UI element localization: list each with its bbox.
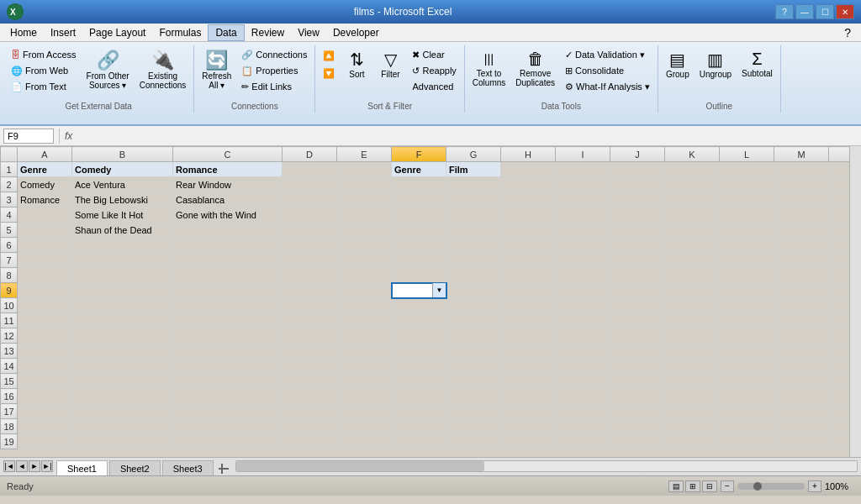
cell-d9[interactable] — [283, 283, 337, 298]
zoom-out-button[interactable]: − — [721, 480, 734, 492]
cell-d1[interactable] — [283, 162, 337, 177]
cell-e5[interactable] — [337, 223, 392, 238]
menu-insert[interactable]: Insert — [44, 24, 82, 41]
cell-b5[interactable]: Shaun of the Dead — [72, 223, 173, 238]
cell-l3[interactable] — [720, 192, 774, 207]
dropdown-list[interactable]: Comedy Romance — [392, 297, 446, 298]
cell-k5[interactable] — [665, 223, 720, 238]
cell-i9[interactable] — [556, 283, 610, 298]
cell-i2[interactable] — [556, 177, 610, 192]
cell-f2[interactable] — [392, 177, 446, 192]
cell-a5[interactable] — [18, 223, 72, 238]
clear-button[interactable]: ✖ Clear — [408, 47, 460, 62]
cell-j5[interactable] — [610, 223, 665, 238]
text-to-columns-button[interactable]: ⫼ Text toColumns — [468, 47, 510, 90]
cell-n9[interactable] — [829, 283, 850, 298]
col-header-a[interactable]: A — [18, 147, 72, 162]
cell-c5[interactable] — [173, 223, 283, 238]
reapply-button[interactable]: ↺ Reapply — [408, 63, 460, 78]
edit-links-button[interactable]: ✏ Edit Links — [237, 79, 311, 94]
sheet-nav-prev[interactable]: ◄ — [16, 460, 28, 472]
sort-za-button[interactable]: 🔽 — [319, 65, 339, 81]
scroll-area[interactable]: A B C D E F G H I J K L M N — [0, 146, 849, 457]
cell-f3[interactable] — [392, 192, 446, 207]
horizontal-scrollbar[interactable] — [235, 460, 858, 472]
what-if-analysis-button[interactable]: ⚙ What-If Analysis ▾ — [561, 79, 654, 94]
cell-f5[interactable] — [392, 223, 446, 238]
cell-f1[interactable]: Genre — [392, 162, 446, 177]
cell-g9[interactable] — [446, 283, 501, 298]
cell-n1[interactable] — [829, 162, 850, 177]
cell-i1[interactable] — [556, 162, 610, 177]
dropdown-arrow[interactable]: ▼ — [432, 283, 446, 297]
connections-button[interactable]: 🔗 Connections — [237, 47, 311, 62]
cell-m1[interactable] — [774, 162, 829, 177]
cell-b9[interactable] — [72, 283, 173, 298]
cell-i3[interactable] — [556, 192, 610, 207]
cell-a3[interactable]: Romance — [18, 192, 72, 207]
cell-m9[interactable] — [774, 283, 829, 298]
sheet-tab-1[interactable]: Sheet1 — [56, 460, 108, 475]
ungroup-button[interactable]: ▥ Ungroup — [695, 47, 736, 81]
menu-home[interactable]: Home — [3, 24, 44, 41]
cell-k1[interactable] — [665, 162, 720, 177]
refresh-all-button[interactable]: 🔄 RefreshAll ▾ — [198, 47, 235, 92]
cell-i4[interactable] — [556, 207, 610, 223]
cell-m5[interactable] — [774, 223, 829, 238]
cell-c4[interactable]: Gone with the Wind — [173, 207, 283, 223]
cell-m2[interactable] — [774, 177, 829, 192]
cell-a4[interactable] — [18, 207, 72, 223]
sheet-nav-last[interactable]: ►| — [41, 460, 53, 472]
cell-d3[interactable] — [283, 192, 337, 207]
cell-j1[interactable] — [610, 162, 665, 177]
group-button[interactable]: ▤ Group — [662, 47, 694, 81]
minimize-button[interactable]: — — [795, 4, 814, 19]
cell-d5[interactable] — [283, 223, 337, 238]
cell-g2[interactable] — [446, 177, 501, 192]
zoom-slider[interactable] — [737, 483, 805, 490]
cell-l5[interactable] — [720, 223, 774, 238]
cell-b1[interactable]: Comedy — [72, 162, 173, 177]
scrollbar-thumb[interactable] — [236, 461, 484, 471]
cell-j9[interactable] — [610, 283, 665, 298]
sort-button[interactable]: ⇅ Sort — [341, 47, 372, 81]
menu-review[interactable]: Review — [245, 24, 291, 41]
cell-reference-box[interactable] — [3, 129, 54, 144]
zoom-controls[interactable]: − + 100% — [721, 480, 854, 492]
cell-k4[interactable] — [665, 207, 720, 223]
cell-d2[interactable] — [283, 177, 337, 192]
sort-az-button[interactable]: 🔼 — [319, 47, 339, 64]
consolidate-button[interactable]: ⊞ Consolidate — [561, 63, 654, 78]
cell-b3[interactable]: The Big Lebowski — [72, 192, 173, 207]
zoom-in-button[interactable]: + — [808, 480, 821, 492]
cell-d4[interactable] — [283, 207, 337, 223]
col-header-c[interactable]: C — [173, 147, 283, 162]
normal-view-button[interactable]: ▤ — [668, 480, 684, 492]
cell-h9[interactable] — [501, 283, 556, 298]
cell-c2[interactable]: Rear Window — [173, 177, 283, 192]
cell-l1[interactable] — [720, 162, 774, 177]
view-buttons[interactable]: ▤ ⊞ ⊟ — [668, 480, 717, 492]
cell-l4[interactable] — [720, 207, 774, 223]
cell-a2[interactable]: Comedy — [18, 177, 72, 192]
remove-duplicates-button[interactable]: 🗑 RemoveDuplicates — [511, 47, 559, 90]
col-header-j[interactable]: J — [610, 147, 665, 162]
vertical-scrollbar[interactable] — [849, 146, 861, 457]
cell-n5[interactable] — [829, 223, 850, 238]
close-button[interactable]: ✕ — [836, 4, 854, 19]
col-header-m[interactable]: M — [774, 147, 829, 162]
existing-connections-button[interactable]: 🔌 ExistingConnections — [135, 47, 191, 92]
subtotal-button[interactable]: Σ Subtotal — [737, 47, 777, 81]
menu-view[interactable]: View — [291, 24, 326, 41]
cell-l2[interactable] — [720, 177, 774, 192]
cell-e2[interactable] — [337, 177, 392, 192]
cell-g1[interactable]: Film — [446, 162, 501, 177]
cell-c3[interactable]: Casablanca — [173, 192, 283, 207]
cell-k2[interactable] — [665, 177, 720, 192]
cell-h1[interactable] — [501, 162, 556, 177]
cell-c9[interactable] — [173, 283, 283, 298]
sheet-nav-first[interactable]: |◄ — [3, 460, 15, 472]
col-header-e[interactable]: E — [337, 147, 392, 162]
cell-h5[interactable] — [501, 223, 556, 238]
cell-g4[interactable] — [446, 207, 501, 223]
